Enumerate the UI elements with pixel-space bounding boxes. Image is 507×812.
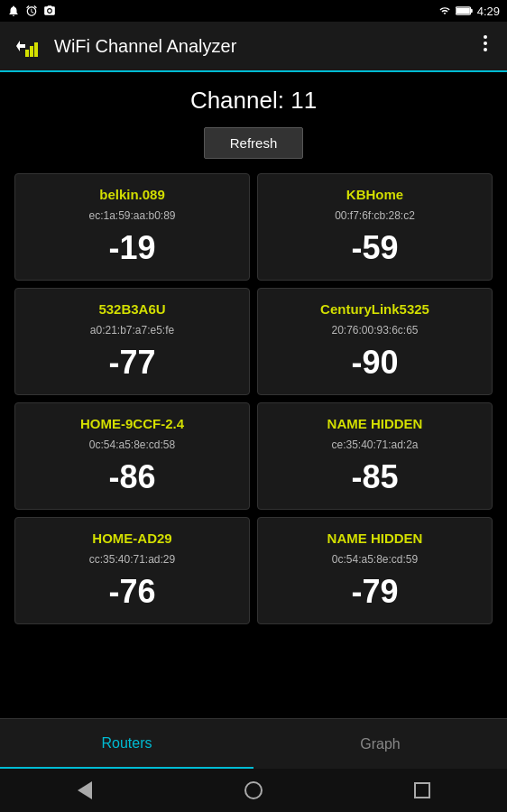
router-signal: -77 xyxy=(24,344,240,382)
router-name: belkin.089 xyxy=(24,187,240,202)
home-button[interactable] xyxy=(232,769,275,812)
main-content: Channel: 11 Refresh belkin.089 ec:1a:59:… xyxy=(0,72,507,718)
svg-point-8 xyxy=(484,42,487,45)
svg-rect-6 xyxy=(34,42,38,57)
status-right: 4:29 xyxy=(438,5,500,18)
router-name: CenturyLink5325 xyxy=(267,301,483,317)
router-card[interactable]: NAME HIDDEN ce:35:40:71:ad:2a -85 xyxy=(257,402,493,510)
bottom-tab-bar: Routers Graph xyxy=(0,718,507,769)
router-mac: 20:76:00:93:6c:65 xyxy=(267,324,483,337)
battery-icon xyxy=(456,5,474,16)
router-name: NAME HIDDEN xyxy=(267,416,483,431)
router-name: NAME HIDDEN xyxy=(267,531,483,546)
router-mac: a0:21:b7:a7:e5:fe xyxy=(24,324,240,337)
router-signal: -59 xyxy=(267,229,483,267)
tab-graph[interactable]: Graph xyxy=(254,719,507,769)
camera-icon xyxy=(43,5,56,17)
router-name: 532B3A6U xyxy=(24,301,240,317)
router-signal: -79 xyxy=(267,573,483,611)
android-nav-bar xyxy=(0,769,507,812)
back-button[interactable] xyxy=(63,769,106,812)
router-card[interactable]: KBHome 00:f7:6f:cb:28:c2 -59 xyxy=(257,173,493,281)
alarm-icon xyxy=(25,5,38,17)
status-bar: 4:29 xyxy=(0,0,507,22)
channel-title: Channel: 11 xyxy=(14,87,493,115)
router-name: HOME-AD29 xyxy=(24,531,240,546)
svg-rect-5 xyxy=(30,46,33,57)
time-display: 4:29 xyxy=(477,5,500,18)
tab-routers[interactable]: Routers xyxy=(0,719,254,769)
app-icon xyxy=(11,30,43,62)
router-card[interactable]: belkin.089 ec:1a:59:aa:b0:89 -19 xyxy=(14,173,250,281)
wifi-channel-app-icon xyxy=(13,32,41,60)
router-signal: -76 xyxy=(24,573,240,611)
svg-marker-3 xyxy=(16,41,25,51)
app-title: WiFi Channel Analyzer xyxy=(54,36,475,57)
svg-rect-1 xyxy=(470,9,472,13)
router-signal: -90 xyxy=(267,344,483,382)
router-mac: 0c:54:a5:8e:cd:58 xyxy=(24,438,240,451)
router-signal: -19 xyxy=(24,229,240,267)
router-mac: ec:1a:59:aa:b0:89 xyxy=(24,209,240,222)
wifi-icon xyxy=(438,5,452,16)
router-card[interactable]: 532B3A6U a0:21:b7:a7:e5:fe -77 xyxy=(14,288,250,395)
router-mac: 0c:54:a5:8e:cd:59 xyxy=(267,553,483,566)
app-bar: WiFi Channel Analyzer xyxy=(0,22,507,72)
svg-point-9 xyxy=(484,48,487,51)
router-grid: belkin.089 ec:1a:59:aa:b0:89 -19 KBHome … xyxy=(14,173,493,624)
router-signal: -85 xyxy=(267,458,483,496)
svg-point-7 xyxy=(484,35,487,39)
router-card[interactable]: NAME HIDDEN 0c:54:a5:8e:cd:59 -79 xyxy=(257,517,493,624)
router-card[interactable]: HOME-AD29 cc:35:40:71:ad:29 -76 xyxy=(14,517,250,624)
router-mac: cc:35:40:71:ad:29 xyxy=(24,553,240,566)
router-name: KBHome xyxy=(267,187,483,202)
router-name: HOME-9CCF-2.4 xyxy=(24,416,240,431)
router-card[interactable]: HOME-9CCF-2.4 0c:54:a5:8e:cd:58 -86 xyxy=(14,402,250,510)
router-mac: 00:f7:6f:cb:28:c2 xyxy=(267,209,483,222)
recents-button[interactable] xyxy=(401,769,444,812)
notification-icon xyxy=(7,5,20,17)
router-mac: ce:35:40:71:ad:2a xyxy=(267,438,483,451)
router-card[interactable]: CenturyLink5325 20:76:00:93:6c:65 -90 xyxy=(257,288,493,395)
svg-rect-2 xyxy=(456,8,470,14)
router-signal: -86 xyxy=(24,458,240,496)
status-icons xyxy=(7,5,56,17)
svg-rect-4 xyxy=(25,50,29,57)
more-options-button[interactable] xyxy=(475,32,496,60)
refresh-button[interactable]: Refresh xyxy=(204,127,304,159)
